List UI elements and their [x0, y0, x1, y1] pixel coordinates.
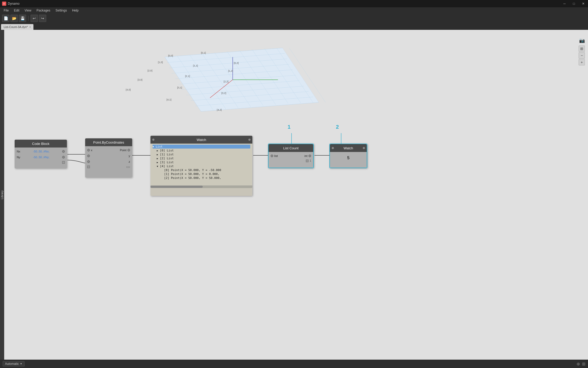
tree-label-root: List	[156, 145, 250, 148]
watch-tree: ▼ List ▶ [0] List ▶ [1] List	[150, 144, 252, 185]
tree-label-4-2: [2] Point(X = 50.000, Y = 50.000,	[164, 176, 250, 180]
tree-item-4[interactable]: ▼ [4] List	[153, 164, 250, 168]
tree-arrow-3: ▶	[157, 161, 160, 164]
redo-button[interactable]: ↪	[39, 15, 46, 22]
point-label-11: [1,1]	[193, 64, 198, 67]
minimize-button[interactable]: ─	[560, 0, 569, 7]
open-button[interactable]: 📂	[10, 15, 18, 22]
watch-scrollbar-thumb	[150, 186, 203, 188]
zoom-plus-button[interactable]: +	[579, 59, 585, 65]
menu-view[interactable]: View	[22, 7, 34, 14]
port-codeblock-nx-out[interactable]	[62, 150, 65, 153]
listcount-checkbox[interactable]	[306, 160, 308, 162]
point-label-20: [2,0]	[148, 69, 153, 72]
zoom-fit-button[interactable]: ⊞	[579, 46, 585, 52]
point-label-31: [3,1]	[177, 86, 182, 89]
point-label-z: z	[129, 160, 130, 163]
node-codeblock-row-nx: Nx -50..50..#Nx;	[16, 149, 66, 154]
menu-packages[interactable]: Packages	[34, 7, 53, 14]
canvas[interactable]: [0,0] [0,1] [0,2] [1,0] [1,1] [1,2] [2,0…	[4, 30, 588, 360]
camera-icon[interactable]: 📷	[579, 38, 585, 43]
listcount-output-label: int	[304, 154, 307, 157]
tab-close[interactable]: ×	[29, 26, 31, 29]
codeblock-label-ny: Ny	[17, 156, 20, 159]
port-point-x-in[interactable]	[87, 149, 90, 151]
node-codeblock-row-ny: Ny -50..50..#Ny;	[16, 154, 66, 160]
br-icons: ⊕ ⊞	[577, 361, 585, 366]
tree-item-2[interactable]: ▶ [2] List	[153, 156, 250, 160]
point-label-01: [0,1]	[201, 51, 206, 54]
window-controls: ─ □ ✕	[560, 0, 588, 7]
zoom-controls: ⊞ − +	[579, 46, 585, 65]
point-label-y: y	[129, 154, 130, 157]
tree-item-4-1[interactable]: [1] Point(X = 50.000, Y = 0.000,	[153, 172, 250, 176]
tree-label-4: [4] List	[160, 165, 250, 168]
bottombar: Automatic ▼ ⊕ ⊞	[0, 360, 588, 368]
tree-item-4-0[interactable]: [0] Point(X = 50.000, Y = -50.000	[153, 168, 250, 172]
listcount-checkbox-value: 1	[310, 159, 311, 162]
point-output-label: Point	[120, 149, 126, 152]
tab-main[interactable]: List-Count-3A.dyn* ×	[1, 24, 33, 30]
port-point-out[interactable]	[127, 149, 130, 151]
toolbar-separator	[28, 16, 28, 21]
menu-edit[interactable]: Edit	[11, 7, 22, 14]
node-list-count[interactable]: List Count list int 1	[268, 144, 314, 168]
menu-help[interactable]: Help	[69, 7, 81, 14]
port-watch-in[interactable]	[152, 138, 155, 141]
port-point-y-in[interactable]	[87, 155, 90, 157]
point-xxx: xxx	[126, 166, 130, 168]
node-watch-main[interactable]: Watch ▼ List ▶ [0] List ▶	[150, 136, 252, 196]
node-point-row-x: x Point	[86, 147, 131, 153]
node-codeblock-body: Nx -50..50..#Nx; Ny -50..50..#Ny;	[15, 148, 67, 168]
port-watch-out[interactable]	[248, 138, 251, 141]
node-codeblock[interactable]: Code Block Nx -50..50..#Nx; Ny -50..50..…	[15, 140, 67, 168]
tree-item-list-root[interactable]: ▼ List	[153, 145, 250, 149]
new-button[interactable]: 📄	[2, 15, 9, 22]
node-point-by-coordinates[interactable]: Point.ByCoordinates x Point y z	[85, 138, 132, 178]
node-watch-body: ▼ List ▶ [0] List ▶ [1] List	[150, 144, 252, 196]
point-label-42: [4,2]	[217, 108, 222, 111]
point-label-x: x	[91, 149, 92, 152]
point-label-40: [4,0]	[126, 88, 131, 91]
tree-item-1[interactable]: ▶ [1] List	[153, 152, 250, 156]
port-watch2-out[interactable]	[363, 147, 365, 149]
save-button[interactable]: 💾	[19, 15, 26, 22]
port-listcount-out[interactable]	[308, 155, 311, 157]
close-button[interactable]: ✕	[579, 0, 588, 7]
point-label-02: [0,2]	[234, 61, 239, 64]
point-checkbox[interactable]	[87, 166, 90, 168]
node-watch-2[interactable]: Watch 5	[329, 144, 367, 168]
listcount-input-label: list	[274, 154, 278, 157]
node-listcount-body: list int 1	[269, 152, 313, 168]
port-listcount-in[interactable]	[271, 155, 273, 157]
menu-settings[interactable]: Settings	[53, 7, 69, 14]
codeblock-checkbox[interactable]	[62, 161, 65, 164]
point-label-32: [3,2]	[221, 92, 226, 94]
undo-button[interactable]: ↩	[31, 15, 38, 22]
tree-arrow-root: ▼	[153, 145, 156, 148]
maximize-button[interactable]: □	[569, 0, 579, 7]
br-icon-2[interactable]: ⊞	[582, 361, 585, 366]
codeblock-value-nx: -50..50..#Nx;	[33, 150, 49, 153]
library-sidebar[interactable]: Library	[0, 30, 4, 360]
codeblock-value-ny: -50..50..#Ny;	[33, 156, 49, 159]
tree-item-3[interactable]: ▶ [3] List	[153, 160, 250, 164]
zoom-minus-button[interactable]: −	[579, 52, 585, 59]
menu-file[interactable]: File	[1, 7, 11, 14]
node-listcount-row: list int	[270, 153, 312, 159]
tree-label-2: [2] List	[160, 157, 250, 160]
watch-scrollbar[interactable]	[150, 185, 252, 188]
port-watch2-in[interactable]	[331, 147, 334, 149]
run-mode-selector[interactable]: Automatic ▼	[3, 361, 25, 366]
tree-item-0[interactable]: ▶ [0] List	[153, 149, 250, 152]
run-mode-label: Automatic	[5, 362, 19, 366]
tree-label-1: [1] List	[160, 153, 250, 156]
node-codeblock-header: Code Block	[15, 140, 67, 148]
br-icon-1[interactable]: ⊕	[577, 361, 580, 366]
codeblock-label-nx: Nx	[17, 150, 20, 153]
port-codeblock-ny-out[interactable]	[62, 156, 65, 158]
point-label-22: [2,2]	[224, 80, 229, 83]
port-point-z-in[interactable]	[87, 160, 90, 163]
node-point-row-z: z	[86, 159, 131, 165]
tree-item-4-2[interactable]: [2] Point(X = 50.000, Y = 50.000,	[153, 176, 250, 180]
